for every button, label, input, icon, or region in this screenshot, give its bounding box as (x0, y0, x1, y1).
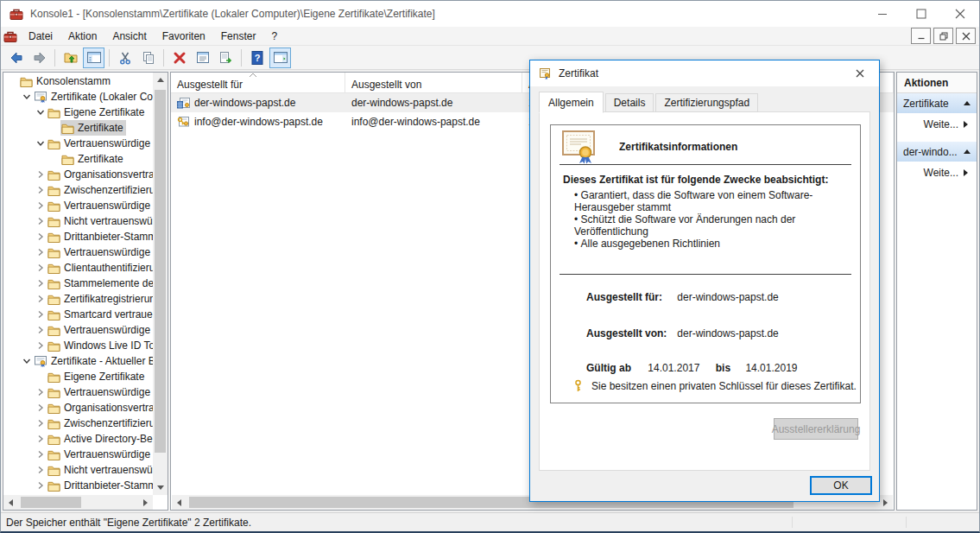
show-console-tree-button[interactable] (83, 48, 104, 68)
scroll-right-button[interactable] (878, 495, 893, 510)
chevron-right-icon[interactable] (35, 310, 47, 319)
tab-zertifizierungspfad[interactable]: Zertifizierungspfad (655, 93, 758, 112)
menu-item-favoriten[interactable]: Favoriten (155, 29, 213, 44)
scroll-right-button[interactable] (138, 495, 153, 510)
scroll-down-button[interactable] (153, 480, 168, 495)
scrollbar-thumb[interactable] (155, 90, 166, 453)
scroll-up-button[interactable] (153, 73, 168, 87)
chevron-right-icon[interactable] (35, 295, 47, 303)
show-action-pane-button[interactable] (269, 48, 291, 68)
menu-item-aktion[interactable]: Aktion (60, 29, 104, 44)
cut-button[interactable] (114, 48, 136, 68)
tree-item[interactable]: Zertifikate (3, 120, 153, 136)
chevron-right-icon[interactable] (35, 435, 47, 443)
tree-item[interactable]: Windows Live ID Token Issuer (3, 338, 153, 353)
menu-item-datei[interactable]: Datei (21, 29, 60, 44)
close-button[interactable] (940, 1, 979, 27)
maximize-button[interactable] (901, 1, 940, 27)
triangle-right-icon (143, 499, 148, 506)
action-section-header[interactable]: der-windo... (897, 142, 977, 162)
chevron-down-icon[interactable] (35, 139, 47, 148)
chevron-right-icon[interactable] (35, 466, 47, 474)
tab-details[interactable]: Details (605, 93, 654, 112)
chevron-right-icon[interactable] (35, 170, 47, 179)
tree-item[interactable]: Zertifikate (3, 151, 153, 167)
tree-item[interactable]: Zertifikate (Lokaler Computer) (3, 89, 153, 105)
tree-item[interactable]: Clientauthentifizierungsaussteller (3, 260, 153, 276)
child-close-button[interactable] (956, 28, 976, 44)
tree-item[interactable]: Zwischenzertifizierungsstellen (3, 416, 153, 431)
up-one-level-button[interactable] (60, 48, 81, 68)
action-item[interactable]: Weite... (897, 162, 977, 183)
chevron-right-icon[interactable] (35, 186, 47, 194)
tree-item[interactable]: Zwischenzertifizierungsstellen (3, 182, 153, 198)
tree-item[interactable]: Eigene Zertifikate (3, 105, 153, 120)
tree-item[interactable]: Zertifikatregistrierungsanforderungen (3, 291, 153, 307)
chevron-down-icon[interactable] (35, 108, 47, 117)
copy-button[interactable] (137, 48, 159, 68)
action-section-header[interactable]: Zertifikate (897, 93, 977, 114)
action-item[interactable]: Weite... (897, 114, 977, 135)
tab-allgemein[interactable]: Allgemein (539, 92, 604, 113)
tree-item[interactable]: Vertrauenswürdige Geräte (3, 322, 153, 338)
scroll-left-button[interactable] (172, 495, 187, 510)
chevron-right-icon[interactable] (35, 217, 47, 225)
chevron-right-icon[interactable] (35, 481, 47, 490)
tree-item[interactable]: Stammelemente der Vorschauversion (3, 276, 153, 291)
chevron-right-icon[interactable] (35, 232, 47, 241)
tree-item[interactable]: Nicht vertrauenswürdige Zertifikate (3, 213, 153, 229)
column-header-2[interactable]: Ausgestellt von (345, 73, 522, 93)
export-list-button[interactable] (215, 48, 237, 68)
chevron-right-icon[interactable] (35, 341, 47, 350)
tree-item[interactable]: Vertrauenswürdige Stammzertifizierungsst… (3, 136, 153, 151)
child-minimize-button[interactable] (911, 28, 931, 44)
ok-button[interactable]: OK (810, 476, 872, 495)
tree-horizontal-scrollbar[interactable] (3, 495, 153, 510)
properties-button[interactable] (192, 48, 213, 68)
chevron-right-icon[interactable] (35, 279, 47, 288)
collapse-icon[interactable] (964, 146, 971, 154)
chevron-right-icon[interactable] (35, 263, 47, 272)
tree-item[interactable]: Smartcard vertrauenswürdige Stämme (3, 307, 153, 322)
chevron-right-icon[interactable] (35, 450, 47, 459)
tree-item[interactable]: Drittanbieter-Stammzertifizierungsstelle… (3, 229, 153, 244)
tree-item[interactable]: Active Directory-Benutzerobjekt (3, 431, 153, 447)
tree-item[interactable]: Konsolenstamm (3, 73, 153, 89)
collapse-icon[interactable] (964, 98, 971, 105)
chevron-right-icon[interactable] (35, 419, 47, 428)
tree-node: Vertrauenswürdige Herausgeber (47, 198, 153, 213)
scrollbar-thumb[interactable] (21, 497, 81, 508)
chevron-right-icon[interactable] (35, 248, 47, 257)
tree-item[interactable]: Vertrauenswürdige Personen (3, 244, 153, 260)
tree-item[interactable]: Zertifikate - Aktueller Benutzer (3, 353, 153, 369)
chevron-down-icon[interactable] (21, 92, 33, 101)
dialog-close-button[interactable] (840, 60, 879, 86)
menu-item-help[interactable]: ? (263, 29, 285, 44)
menu-item-ansicht[interactable]: Ansicht (104, 29, 154, 44)
child-restore-button[interactable] (933, 28, 953, 44)
forward-button[interactable] (28, 48, 50, 68)
tree-item[interactable]: Nicht vertrauenswürdige Zertifikate (3, 462, 153, 478)
delete-button[interactable] (168, 48, 190, 68)
scroll-left-button[interactable] (3, 495, 18, 510)
chevron-right-icon[interactable] (35, 326, 47, 334)
tree-item[interactable]: Organisationsvertrauen (3, 400, 153, 416)
tree-vertical-scrollbar[interactable] (153, 73, 168, 495)
chevron-right-icon[interactable] (35, 388, 47, 397)
tree-item[interactable]: Eigene Zertifikate (3, 369, 153, 384)
tree-item[interactable]: Organisationsvertrauen (3, 167, 153, 182)
tree-item[interactable]: Vertrauenswürdige Herausgeber (3, 447, 153, 462)
back-button[interactable] (5, 48, 27, 68)
tree-item[interactable]: Drittanbieter-Stammzertifizierungsstelle… (3, 478, 153, 493)
folder-icon (47, 169, 60, 181)
menu-item-fenster[interactable]: Fenster (213, 29, 264, 44)
minimize-button[interactable] (863, 1, 901, 27)
tree-item[interactable]: Vertrauenswürdige Herausgeber (3, 198, 153, 213)
help-button[interactable]: ? (246, 48, 268, 68)
issuer-statement-button[interactable]: Ausstellererklärung (774, 418, 858, 440)
column-header-1[interactable]: Ausgestellt für (171, 73, 345, 93)
chevron-right-icon[interactable] (35, 403, 47, 412)
chevron-right-icon[interactable] (35, 201, 47, 210)
tree-item[interactable]: Vertrauenswürdige Stammzertifizierungsst… (3, 384, 153, 400)
chevron-down-icon[interactable] (21, 357, 33, 365)
